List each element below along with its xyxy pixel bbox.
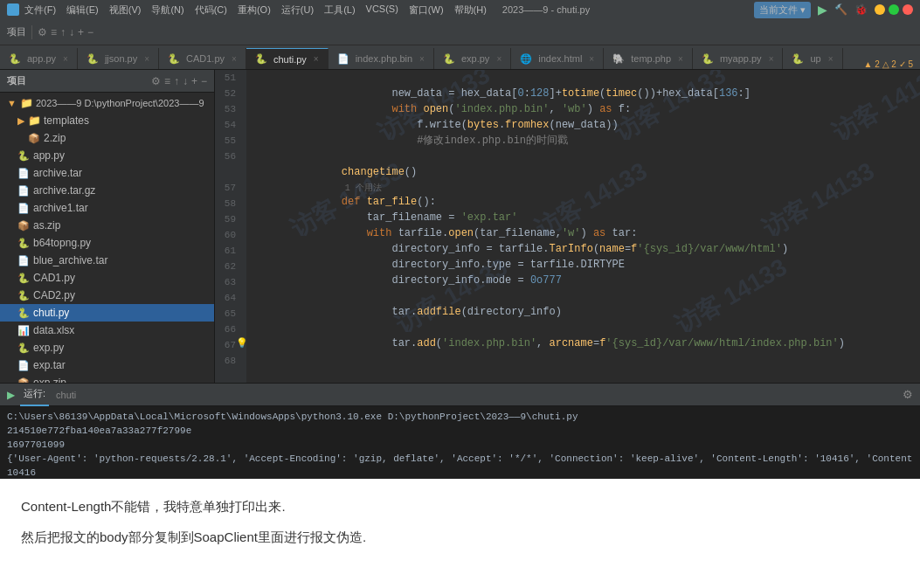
close-btn[interactable] xyxy=(903,4,913,15)
toolbar-icon-1[interactable]: ⚙ xyxy=(38,26,47,38)
tree-item-templates[interactable]: ▶ 📁 templates xyxy=(0,112,214,129)
debug-btn[interactable]: 🐞 xyxy=(854,3,868,16)
run-play-icon[interactable]: ▶ xyxy=(7,389,15,401)
tree-item-expzip[interactable]: 📦 exp.zip xyxy=(0,374,214,383)
build-btn[interactable]: 🔨 xyxy=(834,3,847,16)
bottom-panel-header: ▶ 运行: chuti ⚙ xyxy=(0,384,920,406)
tab-cad1-py[interactable]: 🐍 CAD1.py × xyxy=(159,48,246,69)
tree-label-apppy: app.py xyxy=(33,149,65,162)
code-editor[interactable]: 51 52 53 54 55 56 57 58 59 60 61 62 63 xyxy=(215,70,920,383)
toolbar-icon-4[interactable]: ↓ xyxy=(69,26,74,38)
tab-bar: 🐍 app.py × 🐍 jjson.py × 🐍 CAD1.py × 🐍 ch… xyxy=(0,45,920,70)
tree-item-chutipy[interactable]: 🐍 chuti.py xyxy=(0,304,214,322)
bottom-icon-gear[interactable]: ⚙ xyxy=(903,388,913,401)
bottom-tab-chuti[interactable]: chuti xyxy=(56,390,76,400)
tab-close-indexhtml[interactable]: × xyxy=(589,54,594,64)
tar-icon-archive1: 📄 xyxy=(17,203,30,214)
tab-chuti-py[interactable]: 🐍 chuti.py × xyxy=(246,48,329,69)
bottom-run-section: ▶ 运行: chuti xyxy=(7,384,76,406)
tree-item-bluearchive[interactable]: 📄 blue_archive.tar xyxy=(0,252,214,269)
tree-item-aszip[interactable]: 📦 as.zip xyxy=(0,217,214,234)
ide-window: 文件(F) 编辑(E) 视图(V) 导航(N) 代码(C) 重构(O) 运行(U… xyxy=(0,0,920,479)
menu-file[interactable]: 文件(F) xyxy=(24,3,56,17)
sidebar-icon-plus[interactable]: + xyxy=(191,75,197,87)
sidebar-icon-gear[interactable]: ⚙ xyxy=(151,75,161,87)
tree-item-exptar[interactable]: 📄 exp.tar xyxy=(0,356,214,374)
ln-56: 56 xyxy=(215,149,241,164)
tab-exp-py[interactable]: 🐍 exp.py × xyxy=(434,48,511,69)
sidebar-icon-up[interactable]: ↑ xyxy=(174,75,179,87)
sidebar-icon-minus[interactable]: − xyxy=(201,75,207,87)
tree-item-exppy[interactable]: 🐍 exp.py xyxy=(0,339,214,356)
tree-item-dataxlsx[interactable]: 📊 data.xlsx xyxy=(0,322,214,339)
tar-icon-archive: 📄 xyxy=(17,168,30,179)
toolbar-icon-3[interactable]: ↑ xyxy=(60,26,66,38)
tab-close-exp[interactable]: × xyxy=(496,54,502,64)
toolbar-icon-2[interactable]: ≡ xyxy=(51,26,57,38)
toolbar-icon-5[interactable]: + xyxy=(78,26,84,38)
menu-edit[interactable]: 编辑(E) xyxy=(66,3,99,17)
tree-item-2zip[interactable]: 📦 2.zip xyxy=(0,129,214,147)
ln-54: 54 xyxy=(215,117,241,133)
tree-label-bluearchive: blue_archive.tar xyxy=(33,254,107,266)
terminal-line-4: 10416 xyxy=(7,466,913,479)
tree-item-archivetargz[interactable]: 📄 archive.tar.gz xyxy=(0,182,214,199)
tree-item-apppy[interactable]: 🐍 app.py xyxy=(0,147,214,164)
lightbulb-icon[interactable]: 💡 xyxy=(236,336,248,351)
tab-close-app-py[interactable]: × xyxy=(63,54,68,64)
bottom-tab-run[interactable]: 运行: xyxy=(20,384,49,406)
code-line-64: tar.addfile(directory_info) xyxy=(253,288,920,304)
menu-run[interactable]: 运行(U) xyxy=(281,3,314,17)
py-icon-cad1: 🐍 xyxy=(17,273,30,284)
run-btn[interactable]: ▶ xyxy=(818,3,827,17)
toolbar-icon-6[interactable]: − xyxy=(87,26,93,38)
tab-close-myapp[interactable]: × xyxy=(769,54,774,64)
tab-close-tempphp[interactable]: × xyxy=(678,54,683,64)
folder-expand-icon: ▼ xyxy=(7,98,17,108)
code-text-area[interactable]: new_data = hex_data[0:128]+totime(timec(… xyxy=(246,70,920,383)
sidebar-icon-down[interactable]: ↓ xyxy=(183,75,188,87)
tab-index-phpbin[interactable]: 📄 index.php.bin × xyxy=(329,48,434,69)
tab-up[interactable]: 🐍 up × xyxy=(783,48,842,69)
menu-code[interactable]: 代码(C) xyxy=(195,3,227,17)
tab-jjson-py[interactable]: 🐍 jjson.py × xyxy=(78,48,159,69)
tab-temp-php[interactable]: 🐘 temp.php × xyxy=(604,48,693,69)
maximize-btn[interactable] xyxy=(889,4,899,15)
terminal-content[interactable]: C:\Users\86139\AppData\Local\Microsoft\W… xyxy=(0,406,920,479)
toolbar: 项目 ⚙ ≡ ↑ ↓ + − xyxy=(0,19,920,45)
sidebar-icon-list[interactable]: ≡ xyxy=(164,75,170,87)
ln-55: 55 xyxy=(215,133,241,149)
menu-window[interactable]: 窗口(W) xyxy=(409,3,444,17)
menu-nav[interactable]: 导航(N) xyxy=(151,3,183,17)
tab-close-cad1[interactable]: × xyxy=(232,54,237,64)
tree-item-archive1tar[interactable]: 📄 archive1.tar xyxy=(0,199,214,217)
tar-icon-exp: 📄 xyxy=(17,360,30,371)
bottom-panel-toolbar: ⚙ xyxy=(903,388,913,401)
tree-item-archivetar[interactable]: 📄 archive.tar xyxy=(0,164,214,182)
tab-close-indexbin[interactable]: × xyxy=(419,54,425,64)
sidebar-header: 项目 ⚙ ≡ ↑ ↓ + − xyxy=(0,70,214,93)
menu-refactor[interactable]: 重构(O) xyxy=(238,3,271,17)
editor-area: 访客 14133 访客 14133 访客 14133 访客 14133 访客 1… xyxy=(215,70,920,383)
menu-help[interactable]: 帮助(H) xyxy=(454,3,487,17)
tree-item-cad1py[interactable]: 🐍 CAD1.py xyxy=(0,269,214,287)
menu-vcs[interactable]: VCS(S) xyxy=(366,3,398,17)
code-line-67: 💡 xyxy=(253,336,920,351)
tree-label-templates: templates xyxy=(44,114,89,127)
tab-close-chuti[interactable]: × xyxy=(314,54,319,64)
tab-close-jjson[interactable]: × xyxy=(144,54,149,64)
menu-view[interactable]: 视图(V) xyxy=(109,3,142,17)
title-bar: 文件(F) 编辑(E) 视图(V) 导航(N) 代码(C) 重构(O) 运行(U… xyxy=(0,0,920,19)
minimize-btn[interactable] xyxy=(875,4,885,15)
code-line-66: tar.add('index.php.bin', arcname=f'{sys_… xyxy=(253,320,920,336)
tree-root[interactable]: ▼ 📁 2023——9 D:\pythonProject\2023——9 xyxy=(0,94,214,112)
tab-index-html[interactable]: 🌐 index.html × xyxy=(511,48,604,69)
tab-close-up[interactable]: × xyxy=(828,54,834,64)
tab-app-py[interactable]: 🐍 app.py × xyxy=(0,48,78,69)
tree-item-b64topng[interactable]: 🐍 b64topng.py xyxy=(0,234,214,252)
current-file-btn[interactable]: 当前文件 ▾ xyxy=(754,2,811,18)
menu-tools[interactable]: 工具(L) xyxy=(324,3,355,17)
tree-item-cad2py[interactable]: 🐍 CAD2.py xyxy=(0,287,214,304)
tab-myapp-py[interactable]: 🐍 myapp.py × xyxy=(693,48,784,69)
tree-label-chutipy: chuti.py xyxy=(33,307,69,319)
